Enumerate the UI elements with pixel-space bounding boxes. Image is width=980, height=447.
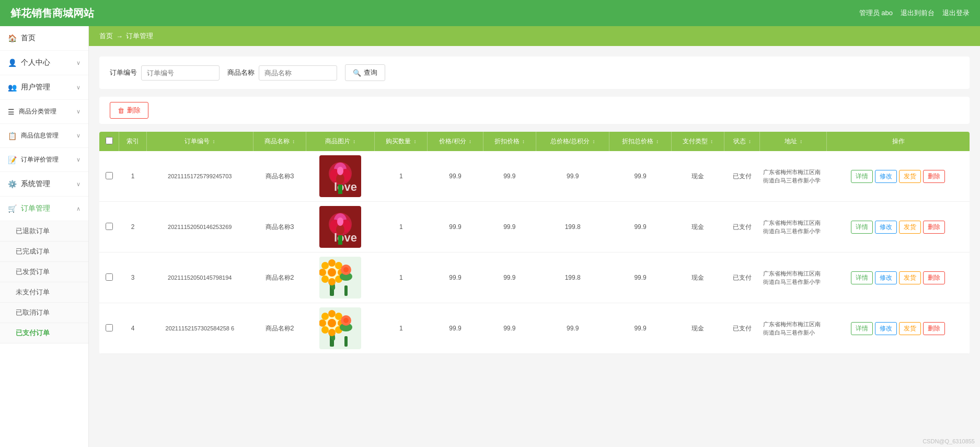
cell-total: 199.8	[536, 202, 609, 253]
ship-button[interactable]: 发货	[899, 170, 921, 183]
sidebar-sub-unpaid[interactable]: 未支付订单	[0, 282, 88, 303]
review-icon: 📝	[8, 156, 17, 164]
sidebar-item-product-mgmt[interactable]: 📋 商品信息管理 ∨	[0, 124, 88, 148]
sidebar-item-user-mgmt[interactable]: 👥 用户管理 ∨	[0, 75, 88, 100]
ship-button[interactable]: 发货	[899, 271, 921, 284]
row-checkbox[interactable]	[106, 223, 113, 230]
th-status: 状态 ↕	[724, 132, 760, 151]
sidebar-personal-label: 个人中心	[21, 58, 76, 67]
svg-point-43	[321, 313, 329, 320]
row-delete-button[interactable]: 删除	[923, 170, 945, 183]
table-row: 1 20211151725799245703 商品名称3 love 1 99.9…	[99, 151, 970, 202]
back-to-front-link[interactable]: 退出到前台	[901, 8, 935, 18]
sidebar-item-system-mgmt[interactable]: ⚙️ 系统管理 ∨	[0, 172, 88, 197]
cell-discount-total: 99.9	[609, 151, 671, 202]
row-delete-button[interactable]: 删除	[923, 221, 945, 234]
detail-button[interactable]: 详情	[851, 221, 873, 234]
edit-button[interactable]: 修改	[875, 322, 897, 335]
search-button[interactable]: 🔍 查询	[345, 64, 385, 81]
delete-button[interactable]: 🗑 删除	[110, 102, 148, 119]
breadcrumb-current: 订单管理	[126, 31, 153, 41]
system-icon: ⚙️	[8, 180, 17, 188]
sort-icon-11: ↕	[800, 139, 802, 144]
ship-button[interactable]: 发货	[899, 322, 921, 335]
cell-checkbox[interactable]	[99, 202, 119, 253]
cell-discount-price: 99.9	[483, 151, 536, 202]
cell-status: 已支付	[724, 151, 760, 202]
search-bar: 订单编号 商品名称 🔍 查询	[99, 56, 970, 89]
sidebar-item-order-mgmt[interactable]: 🛒 订单管理 ∧	[0, 197, 88, 221]
category-icon: ☰	[8, 108, 15, 116]
chevron-down-icon-6: ∨	[76, 181, 80, 188]
detail-button[interactable]: 详情	[851, 271, 873, 284]
detail-button[interactable]: 详情	[851, 170, 873, 183]
sidebar-item-personal[interactable]: 👤 个人中心 ∨	[0, 51, 88, 75]
ship-button[interactable]: 发货	[899, 221, 921, 234]
sidebar-category-label: 商品分类管理	[19, 107, 76, 116]
th-checkbox[interactable]	[99, 132, 119, 151]
cell-discount-total: 99.9	[609, 253, 671, 303]
sidebar-sub-shipped[interactable]: 已发货订单	[0, 262, 88, 282]
product-name-input[interactable]	[259, 65, 337, 81]
breadcrumb-home[interactable]: 首页	[99, 31, 113, 41]
svg-text:love: love	[334, 231, 357, 244]
edit-button[interactable]: 修改	[875, 221, 897, 234]
sidebar-sub-refunded[interactable]: 已退款订单	[0, 221, 88, 242]
th-discount-total: 折扣总价格 ↕	[609, 132, 671, 151]
order-submenu: 已退款订单 已完成订单 已发货订单 未支付订单 已取消订单 已支付订单	[0, 221, 88, 343]
cell-price: 99.9	[428, 151, 483, 202]
svg-text:love: love	[334, 180, 357, 193]
order-no-label: 订单编号	[110, 68, 137, 77]
sidebar-order-label: 订单管理	[21, 204, 76, 213]
row-checkbox[interactable]	[106, 172, 113, 179]
sidebar-item-home[interactable]: 🏠 首页	[0, 26, 88, 51]
th-payment-type: 支付类型 ↕	[671, 132, 724, 151]
row-delete-button[interactable]: 删除	[923, 322, 945, 335]
chevron-down-icon: ∨	[76, 60, 80, 66]
sort-icon-6: ↕	[522, 139, 525, 144]
watermark: CSDN@Q_6310855	[923, 438, 975, 444]
edit-button[interactable]: 修改	[875, 271, 897, 284]
sidebar-user-label: 用户管理	[21, 83, 76, 92]
cell-checkbox[interactable]	[99, 151, 119, 202]
chevron-down-icon-3: ∨	[76, 108, 80, 115]
sort-icon-10: ↕	[748, 139, 751, 144]
cell-actions: 详情 修改 发货 删除	[827, 253, 970, 303]
cell-payment: 现金	[671, 303, 724, 354]
edit-button[interactable]: 修改	[875, 170, 897, 183]
cell-address: 广东省梅州市梅江区南街道白马三巷作新小	[760, 303, 827, 354]
cell-qty: 1	[375, 303, 428, 354]
select-all-checkbox[interactable]	[106, 137, 113, 144]
users-icon: 👥	[8, 83, 17, 91]
table-row: 4 20211152157302584258 6 商品名称2 1 99.9 9	[99, 303, 970, 354]
row-checkbox[interactable]	[106, 273, 113, 281]
detail-button[interactable]: 详情	[851, 322, 873, 335]
cell-product-name: 商品名称3	[253, 151, 306, 202]
th-product-name: 商品名称 ↕	[253, 132, 306, 151]
row-checkbox[interactable]	[106, 324, 113, 331]
trash-icon: 🗑	[118, 107, 124, 114]
sidebar-sub-completed[interactable]: 已完成订单	[0, 242, 88, 262]
sort-icon: ↕	[212, 139, 215, 144]
sort-icon-5: ↕	[469, 139, 471, 144]
th-address: 地址 ↕	[760, 132, 827, 151]
th-price: 价格/积分 ↕	[428, 132, 483, 151]
sidebar-item-category-mgmt[interactable]: ☰ 商品分类管理 ∨	[0, 100, 88, 124]
cell-product-name: 商品名称2	[253, 253, 306, 303]
svg-rect-17	[338, 235, 342, 245]
svg-point-6	[337, 167, 343, 175]
cell-checkbox[interactable]	[99, 253, 119, 303]
cell-checkbox[interactable]	[99, 303, 119, 354]
order-no-input[interactable]	[141, 65, 220, 81]
cell-qty: 1	[375, 151, 428, 202]
th-order-no: 订单编号 ↕	[146, 132, 253, 151]
sidebar-sub-paid[interactable]: 已支付订单	[0, 323, 88, 343]
sidebar-sub-cancelled[interactable]: 已取消订单	[0, 303, 88, 323]
logout-link[interactable]: 退出登录	[942, 8, 970, 18]
row-delete-button[interactable]: 删除	[923, 271, 945, 284]
sidebar-item-review-mgmt[interactable]: 📝 订单评价管理 ∨	[0, 148, 88, 172]
cell-index: 3	[119, 253, 147, 303]
sort-icon-3: ↕	[353, 139, 355, 144]
svg-point-26	[321, 262, 329, 269]
cell-index: 2	[119, 202, 147, 253]
